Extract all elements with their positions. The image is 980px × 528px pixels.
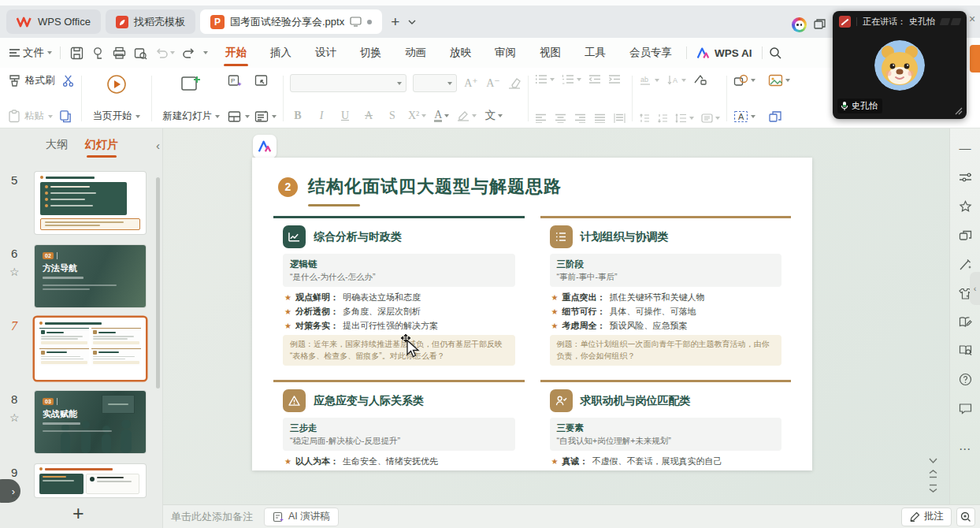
- card-job-motivation-match[interactable]: 求职动机与岗位匹配类 三要素 “自我认知+岗位理解+未来规划” ★真诚：不虚假、…: [540, 380, 792, 470]
- menu-design[interactable]: 设计: [314, 41, 338, 65]
- justify-button[interactable]: [594, 113, 606, 123]
- menu-view[interactable]: 视图: [538, 41, 562, 65]
- slide-layout-button[interactable]: [228, 110, 250, 123]
- design-tools-icon[interactable]: [959, 258, 972, 271]
- align-right-button[interactable]: [574, 113, 586, 123]
- outline-options-button[interactable]: [254, 110, 277, 123]
- docked-panel-peek-button[interactable]: [970, 45, 980, 73]
- slide-thumbnail-9[interactable]: 9 ☆: [0, 464, 163, 500]
- export-icon[interactable]: [91, 46, 105, 60]
- sidebar-expand-handle[interactable]: ‹: [970, 272, 980, 305]
- undo-options-chevron-icon[interactable]: [170, 51, 175, 54]
- collapse-pane-icon[interactable]: —: [960, 141, 971, 154]
- card-planning-organization[interactable]: 计划组织与协调类 三阶段 “事前-事中-事后” ★重点突出：抓住关键环节和关键人…: [540, 216, 792, 372]
- tab-presentation-file[interactable]: P 国考面试经验分享会.pptx: [200, 9, 382, 34]
- overlay-close-icon[interactable]: ×: [969, 13, 975, 25]
- tab-docer-templates[interactable]: 找稻壳模板: [106, 9, 195, 34]
- card-emergency-interpersonal[interactable]: 应急应变与人际关系类 三步走 “稳定局面-解决核心-反思提升” ★以人为本：生命…: [273, 380, 525, 470]
- object-properties-icon[interactable]: [959, 171, 972, 184]
- font-family-select[interactable]: [290, 74, 406, 92]
- menu-insert[interactable]: 插入: [269, 41, 293, 65]
- decrease-indent-button[interactable]: [588, 74, 601, 84]
- share-screen-icon[interactable]: [350, 17, 362, 27]
- character-spacing-button[interactable]: ab: [639, 75, 659, 85]
- video-call-overlay[interactable]: 正在讲话：史孔怡 史孔怡: [833, 11, 967, 119]
- undo-icon[interactable]: [155, 47, 168, 59]
- phonetic-guide-button[interactable]: 文: [484, 109, 503, 123]
- paragraph-layout-button[interactable]: [701, 113, 720, 123]
- print-preview-icon[interactable]: [134, 46, 147, 60]
- copy-icon[interactable]: [59, 110, 72, 123]
- tab-outline[interactable]: 大纲: [46, 138, 68, 152]
- zoom-tool-button[interactable]: [956, 508, 975, 526]
- format-painter-button[interactable]: 格式刷: [8, 74, 55, 87]
- insert-shape-button[interactable]: [733, 74, 755, 87]
- raise-paragraph-button[interactable]: [639, 113, 650, 123]
- slide-thumbnail-5[interactable]: 5: [0, 172, 163, 235]
- panel-scrollbar[interactable]: [156, 177, 160, 389]
- comment-pane-icon[interactable]: [959, 403, 972, 415]
- underline-button[interactable]: U: [337, 110, 353, 122]
- arrange-icon[interactable]: [768, 110, 782, 123]
- effects-star-icon[interactable]: [959, 200, 972, 214]
- text-box-button[interactable]: A: [733, 110, 755, 123]
- transition-pane-icon[interactable]: [959, 230, 972, 242]
- menu-animation[interactable]: 动画: [403, 41, 428, 65]
- grow-font-button[interactable]: A⁺: [463, 76, 479, 90]
- menu-transition[interactable]: 切换: [358, 41, 383, 65]
- ai-slide-button[interactable]: P: [228, 74, 250, 87]
- strikethrough-button[interactable]: A: [361, 110, 377, 122]
- reuse-slide-button[interactable]: [254, 74, 277, 87]
- align-left-button[interactable]: [535, 113, 547, 123]
- font-size-select[interactable]: [413, 74, 457, 92]
- menu-home[interactable]: 开始: [224, 41, 248, 65]
- notes-pen-icon[interactable]: [959, 316, 972, 328]
- text-direction-button[interactable]: A: [666, 75, 686, 86]
- shadow-button[interactable]: S: [384, 110, 400, 122]
- print-icon[interactable]: [113, 46, 126, 60]
- highlight-button[interactable]: [457, 110, 477, 121]
- superscript-button[interactable]: X²: [408, 110, 426, 122]
- panel-collapse-icon[interactable]: ‹: [156, 139, 160, 152]
- bullet-list-button[interactable]: [535, 74, 555, 84]
- next-slide-button[interactable]: [929, 484, 937, 493]
- scroll-down-icon[interactable]: [929, 458, 937, 464]
- help-icon[interactable]: [959, 373, 972, 386]
- convert-smartart-icon[interactable]: [693, 74, 707, 86]
- redo-options-chevron-icon[interactable]: [203, 51, 208, 54]
- menu-slideshow[interactable]: 放映: [448, 41, 473, 65]
- ai-script-button[interactable]: AI 演讲稿: [264, 508, 339, 526]
- font-color-button[interactable]: A: [434, 110, 449, 122]
- file-menu-button[interactable]: 文件: [9, 46, 54, 60]
- increase-indent-button[interactable]: [608, 74, 621, 84]
- slide-thumbnail-7-selected[interactable]: 7: [0, 318, 163, 381]
- slide-title[interactable]: 结构化面试四大题型与解题思路: [308, 175, 562, 199]
- menu-membership[interactable]: 会员专享: [628, 41, 674, 65]
- new-tab-button[interactable]: +: [387, 13, 403, 31]
- paste-button[interactable]: 粘贴: [8, 110, 53, 123]
- add-slide-button[interactable]: +: [72, 502, 84, 525]
- search-icon[interactable]: [769, 46, 781, 59]
- slide-thumbnail-6[interactable]: 6 ☆ 02 方法导航: [0, 245, 163, 308]
- insert-image-button[interactable]: [768, 74, 790, 87]
- favorite-star-icon[interactable]: ☆: [9, 411, 20, 424]
- italic-button[interactable]: I: [314, 110, 329, 122]
- comment-button[interactable]: 批注: [901, 508, 952, 526]
- assistant-avatar-icon[interactable]: [792, 17, 807, 32]
- redo-icon[interactable]: [183, 47, 195, 59]
- align-center-button[interactable]: [555, 113, 566, 123]
- menu-review[interactable]: 审阅: [493, 41, 518, 65]
- cut-icon[interactable]: [61, 74, 75, 87]
- tab-wps-office[interactable]: WPS Office: [6, 9, 101, 34]
- favorite-star-icon[interactable]: ☆: [9, 266, 20, 278]
- numbered-list-button[interactable]: [562, 74, 581, 84]
- distribute-text-button[interactable]: [614, 113, 625, 123]
- wps-ai-button[interactable]: WPS AI: [696, 47, 752, 59]
- more-tools-icon[interactable]: ⋯: [959, 442, 971, 455]
- slide-thumbnail-8[interactable]: 8 ☆ 03 实战赋能: [0, 391, 163, 454]
- slide-editing-area[interactable]: 2 结构化面试四大题型与解题思路 综合分析与时政类 逻辑链 “是什么-为什么-怎…: [252, 158, 812, 470]
- tab-slides[interactable]: 幻灯片: [85, 138, 118, 152]
- line-spacing-button[interactable]: [675, 113, 694, 123]
- wps-ai-float-button[interactable]: [253, 135, 277, 158]
- menu-tools[interactable]: 工具: [583, 41, 607, 65]
